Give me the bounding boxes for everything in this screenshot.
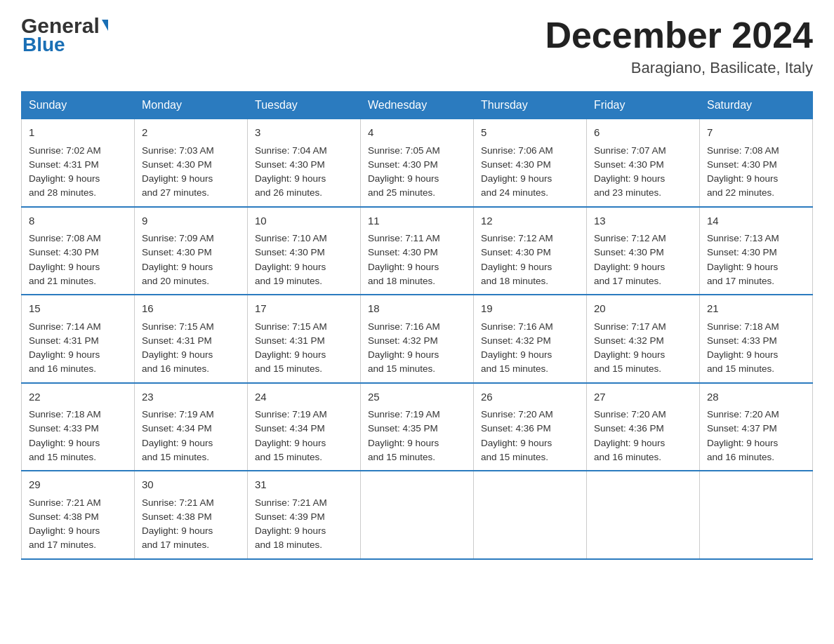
- calendar-cell: 5Sunrise: 7:06 AMSunset: 4:30 PMDaylight…: [474, 119, 587, 207]
- header-wednesday: Wednesday: [361, 92, 474, 119]
- calendar-cell: 16Sunrise: 7:15 AMSunset: 4:31 PMDayligh…: [135, 295, 248, 383]
- day-number: 28: [707, 389, 805, 405]
- day-number: 17: [255, 301, 353, 317]
- calendar-cell: 11Sunrise: 7:11 AMSunset: 4:30 PMDayligh…: [361, 207, 474, 295]
- calendar-cell: 21Sunrise: 7:18 AMSunset: 4:33 PMDayligh…: [700, 295, 813, 383]
- calendar-cell: 23Sunrise: 7:19 AMSunset: 4:34 PMDayligh…: [135, 383, 248, 471]
- day-number: 8: [29, 213, 127, 229]
- calendar-cell: 25Sunrise: 7:19 AMSunset: 4:35 PMDayligh…: [361, 383, 474, 471]
- calendar-cell: 10Sunrise: 7:10 AMSunset: 4:30 PMDayligh…: [248, 207, 361, 295]
- day-number: 23: [142, 389, 240, 405]
- calendar-cell: 12Sunrise: 7:12 AMSunset: 4:30 PMDayligh…: [474, 207, 587, 295]
- day-number: 5: [481, 125, 579, 141]
- calendar-cell: 22Sunrise: 7:18 AMSunset: 4:33 PMDayligh…: [22, 383, 135, 471]
- calendar-cell: [587, 471, 700, 559]
- logo-blue: Blue: [22, 34, 65, 56]
- calendar-week-row: 1Sunrise: 7:02 AMSunset: 4:31 PMDaylight…: [22, 119, 813, 207]
- calendar-cell: 6Sunrise: 7:07 AMSunset: 4:30 PMDaylight…: [587, 119, 700, 207]
- day-number: 19: [481, 301, 579, 317]
- calendar-week-row: 8Sunrise: 7:08 AMSunset: 4:30 PMDaylight…: [22, 207, 813, 295]
- logo-triangle-icon: [102, 20, 108, 31]
- day-number: 22: [29, 389, 127, 405]
- calendar-cell: 27Sunrise: 7:20 AMSunset: 4:36 PMDayligh…: [587, 383, 700, 471]
- calendar-week-row: 15Sunrise: 7:14 AMSunset: 4:31 PMDayligh…: [22, 295, 813, 383]
- calendar-cell: 4Sunrise: 7:05 AMSunset: 4:30 PMDaylight…: [361, 119, 474, 207]
- calendar-table: SundayMondayTuesdayWednesdayThursdayFrid…: [21, 91, 813, 560]
- header-friday: Friday: [587, 92, 700, 119]
- day-number: 11: [368, 213, 466, 229]
- day-number: 20: [594, 301, 692, 317]
- calendar-cell: 30Sunrise: 7:21 AMSunset: 4:38 PMDayligh…: [135, 471, 248, 559]
- header-saturday: Saturday: [700, 92, 813, 119]
- calendar-cell: 31Sunrise: 7:21 AMSunset: 4:39 PMDayligh…: [248, 471, 361, 559]
- day-number: 21: [707, 301, 805, 317]
- calendar-cell: 13Sunrise: 7:12 AMSunset: 4:30 PMDayligh…: [587, 207, 700, 295]
- calendar-cell: 18Sunrise: 7:16 AMSunset: 4:32 PMDayligh…: [361, 295, 474, 383]
- header-tuesday: Tuesday: [248, 92, 361, 119]
- header-monday: Monday: [135, 92, 248, 119]
- day-number: 16: [142, 301, 240, 317]
- day-number: 3: [255, 125, 353, 141]
- day-number: 26: [481, 389, 579, 405]
- day-number: 18: [368, 301, 466, 317]
- day-number: 4: [368, 125, 466, 141]
- header-sunday: Sunday: [22, 92, 135, 119]
- calendar-header-row: SundayMondayTuesdayWednesdayThursdayFrid…: [22, 92, 813, 119]
- calendar-cell: 20Sunrise: 7:17 AMSunset: 4:32 PMDayligh…: [587, 295, 700, 383]
- calendar-week-row: 22Sunrise: 7:18 AMSunset: 4:33 PMDayligh…: [22, 383, 813, 471]
- title-block: December 2024 Baragiano, Basilicate, Ita…: [545, 14, 813, 77]
- day-number: 13: [594, 213, 692, 229]
- calendar-cell: 28Sunrise: 7:20 AMSunset: 4:37 PMDayligh…: [700, 383, 813, 471]
- page-subtitle: Baragiano, Basilicate, Italy: [545, 59, 813, 77]
- page-header: General Blue December 2024 Baragiano, Ba…: [21, 14, 813, 77]
- day-number: 29: [29, 477, 127, 493]
- day-number: 9: [142, 213, 240, 229]
- calendar-cell: 15Sunrise: 7:14 AMSunset: 4:31 PMDayligh…: [22, 295, 135, 383]
- calendar-cell: 17Sunrise: 7:15 AMSunset: 4:31 PMDayligh…: [248, 295, 361, 383]
- calendar-cell: 2Sunrise: 7:03 AMSunset: 4:30 PMDaylight…: [135, 119, 248, 207]
- day-number: 30: [142, 477, 240, 493]
- calendar-cell: 29Sunrise: 7:21 AMSunset: 4:38 PMDayligh…: [22, 471, 135, 559]
- calendar-week-row: 29Sunrise: 7:21 AMSunset: 4:38 PMDayligh…: [22, 471, 813, 559]
- logo: General Blue: [21, 14, 108, 56]
- day-number: 2: [142, 125, 240, 141]
- day-number: 1: [29, 125, 127, 141]
- day-number: 6: [594, 125, 692, 141]
- day-number: 15: [29, 301, 127, 317]
- day-number: 25: [368, 389, 466, 405]
- calendar-cell: 14Sunrise: 7:13 AMSunset: 4:30 PMDayligh…: [700, 207, 813, 295]
- calendar-cell: 19Sunrise: 7:16 AMSunset: 4:32 PMDayligh…: [474, 295, 587, 383]
- day-number: 10: [255, 213, 353, 229]
- day-number: 7: [707, 125, 805, 141]
- calendar-cell: 1Sunrise: 7:02 AMSunset: 4:31 PMDaylight…: [22, 119, 135, 207]
- day-number: 24: [255, 389, 353, 405]
- calendar-cell: 26Sunrise: 7:20 AMSunset: 4:36 PMDayligh…: [474, 383, 587, 471]
- header-thursday: Thursday: [474, 92, 587, 119]
- calendar-cell: [361, 471, 474, 559]
- day-number: 27: [594, 389, 692, 405]
- calendar-cell: 7Sunrise: 7:08 AMSunset: 4:30 PMDaylight…: [700, 119, 813, 207]
- page-title: December 2024: [545, 14, 813, 56]
- calendar-cell: 8Sunrise: 7:08 AMSunset: 4:30 PMDaylight…: [22, 207, 135, 295]
- day-number: 31: [255, 477, 353, 493]
- calendar-cell: [700, 471, 813, 559]
- calendar-cell: 9Sunrise: 7:09 AMSunset: 4:30 PMDaylight…: [135, 207, 248, 295]
- calendar-cell: [474, 471, 587, 559]
- day-number: 14: [707, 213, 805, 229]
- day-number: 12: [481, 213, 579, 229]
- calendar-cell: 24Sunrise: 7:19 AMSunset: 4:34 PMDayligh…: [248, 383, 361, 471]
- calendar-cell: 3Sunrise: 7:04 AMSunset: 4:30 PMDaylight…: [248, 119, 361, 207]
